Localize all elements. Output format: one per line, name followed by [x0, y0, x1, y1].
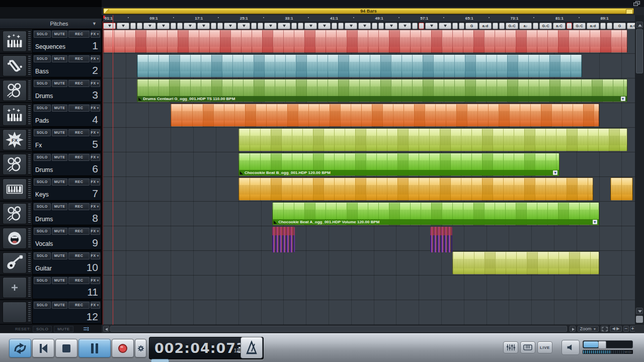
record-button[interactable] — [112, 339, 134, 357]
track-lane[interactable] — [103, 103, 635, 128]
pitches-selector[interactable]: Pitches ▼ — [0, 19, 102, 29]
harmony-cell-chord[interactable]: a♪C — [627, 23, 635, 29]
mute-button[interactable]: MUTE — [52, 178, 68, 186]
harmony-cell[interactable] — [372, 23, 377, 29]
fx-button[interactable]: FX▼ — [91, 178, 100, 186]
track-lane[interactable] — [103, 54, 635, 78]
harmony-cell[interactable] — [499, 23, 505, 29]
mute-button[interactable]: MUTE — [52, 129, 68, 136]
track-icon-drums[interactable] — [3, 80, 27, 101]
loop-button[interactable] — [9, 339, 31, 357]
clip-menu-icon[interactable]: ▼ — [553, 170, 557, 175]
rec-button[interactable]: REC — [68, 55, 89, 62]
harmony-cell[interactable] — [251, 23, 257, 29]
harmony-cell[interactable] — [298, 23, 303, 29]
harmony-cell[interactable] — [345, 23, 357, 29]
harmony-cell[interactable] — [425, 23, 438, 29]
harmony-cell-chord[interactable]: G♪C — [573, 23, 586, 29]
rec-button[interactable]: REC — [68, 154, 89, 161]
harmony-cell[interactable] — [412, 23, 418, 29]
harmony-cell[interactable] — [211, 23, 216, 29]
mute-button[interactable]: MUTE — [52, 252, 68, 259]
track-lane[interactable] — [103, 128, 635, 152]
harmony-cell[interactable] — [184, 23, 196, 29]
harmony-cell[interactable] — [258, 23, 263, 29]
scroll-down-icon[interactable] — [636, 308, 643, 314]
track-icon-vocals[interactable] — [3, 228, 27, 249]
harmony-cell[interactable] — [117, 23, 129, 29]
track-lane[interactable] — [103, 300, 635, 325]
track-icon-guitar[interactable] — [3, 252, 27, 274]
harmony-cell[interactable] — [439, 23, 451, 29]
harmony-cell[interactable] — [103, 23, 116, 29]
harmony-cell[interactable] — [177, 23, 183, 29]
track-icon-keyboard[interactable] — [3, 178, 27, 200]
solo-button[interactable]: SOLO — [34, 129, 51, 136]
solo-button[interactable]: SOLO — [34, 154, 51, 161]
live-mode-button[interactable]: LIVE — [537, 341, 552, 353]
clip-track-7[interactable] — [610, 177, 633, 201]
harmony-cell-chord[interactable]: a♪ — [519, 23, 532, 29]
loop-range-bar[interactable]: 94 Bars — [103, 8, 634, 14]
clip-track-4[interactable] — [171, 104, 599, 127]
solo-button[interactable]: SOLO — [34, 31, 51, 38]
harmony-cell[interactable] — [264, 23, 277, 29]
solo-button[interactable]: SOLO — [34, 55, 51, 62]
harmony-cell[interactable] — [291, 23, 297, 29]
mute-button[interactable]: MUTE — [52, 55, 68, 62]
playhead[interactable] — [113, 15, 113, 325]
track-icon-keys-stars[interactable] — [3, 105, 27, 126]
clip-track-5[interactable] — [238, 128, 627, 151]
zoom-out-button[interactable]: − — [623, 326, 629, 332]
speaker-icon[interactable] — [561, 340, 580, 355]
vertical-scroll-thumb[interactable] — [636, 29, 643, 73]
skip-to-start-button[interactable] — [32, 339, 54, 357]
harmony-cell[interactable] — [385, 23, 397, 29]
harmony-cell[interactable] — [358, 23, 371, 29]
track-icon-plus[interactable] — [3, 277, 27, 298]
clip-menu-icon[interactable]: ▼ — [621, 97, 625, 101]
harmony-cell[interactable] — [567, 23, 572, 29]
rec-button[interactable]: REC — [68, 80, 89, 87]
harmony-cell[interactable] — [378, 23, 384, 29]
mute-button[interactable]: MUTE — [52, 31, 68, 38]
vertical-scrollbar[interactable] — [635, 15, 644, 325]
fx-button[interactable]: FX▼ — [91, 277, 100, 284]
harmony-cell[interactable] — [318, 23, 331, 29]
track-icon-keys-stars[interactable] — [3, 31, 27, 52]
mute-button[interactable]: MUTE — [52, 277, 68, 284]
fx-button[interactable]: FX▼ — [91, 80, 100, 87]
mute-button[interactable]: MUTE — [52, 203, 68, 210]
track-lane[interactable] — [103, 251, 635, 276]
zoom-fit-icon[interactable] — [601, 326, 608, 332]
harmony-cell[interactable] — [452, 23, 458, 29]
rec-button[interactable]: REC — [68, 129, 89, 136]
harmony-cell[interactable] — [533, 23, 538, 29]
harmony-cell[interactable] — [493, 23, 498, 29]
harmony-cell[interactable] — [171, 23, 176, 29]
pause-button[interactable] — [78, 339, 111, 357]
track-lane[interactable] — [103, 29, 635, 54]
solo-button[interactable]: SOLO — [34, 277, 51, 284]
arranger-lanes[interactable]: ◣Drums Centauri G_ogg_001.HDP TS 110.00 … — [103, 29, 635, 325]
mute-button[interactable]: MUTE — [52, 80, 68, 87]
fx-button[interactable]: FX▼ — [91, 129, 100, 136]
zoom-dropdown[interactable]: Zoom ▼ — [578, 326, 599, 332]
onscreen-keyboard-button[interactable] — [520, 341, 535, 353]
harmony-cell-chord[interactable]: G — [465, 23, 478, 29]
fx-button[interactable]: FX▼ — [91, 302, 100, 309]
solo-button[interactable]: SOLO — [34, 302, 51, 309]
harmony-cell[interactable] — [137, 23, 142, 29]
scroll-corner-grip[interactable] — [636, 316, 643, 323]
mute-button[interactable]: MUTE — [52, 228, 68, 235]
track-lane[interactable] — [103, 177, 635, 202]
playback-settings-gear-icon[interactable] — [135, 339, 146, 357]
track-icon-bass[interactable] — [3, 55, 27, 76]
harmony-cell[interactable] — [197, 23, 210, 29]
harmony-cell[interactable] — [278, 23, 290, 29]
harmony-cell-chord[interactable]: G♪C — [539, 23, 552, 29]
fx-button[interactable]: FX▼ — [91, 154, 100, 161]
harmony-cell[interactable] — [217, 23, 223, 29]
scroll-up-icon[interactable] — [636, 22, 643, 28]
fx-button[interactable]: FX▼ — [91, 55, 100, 62]
